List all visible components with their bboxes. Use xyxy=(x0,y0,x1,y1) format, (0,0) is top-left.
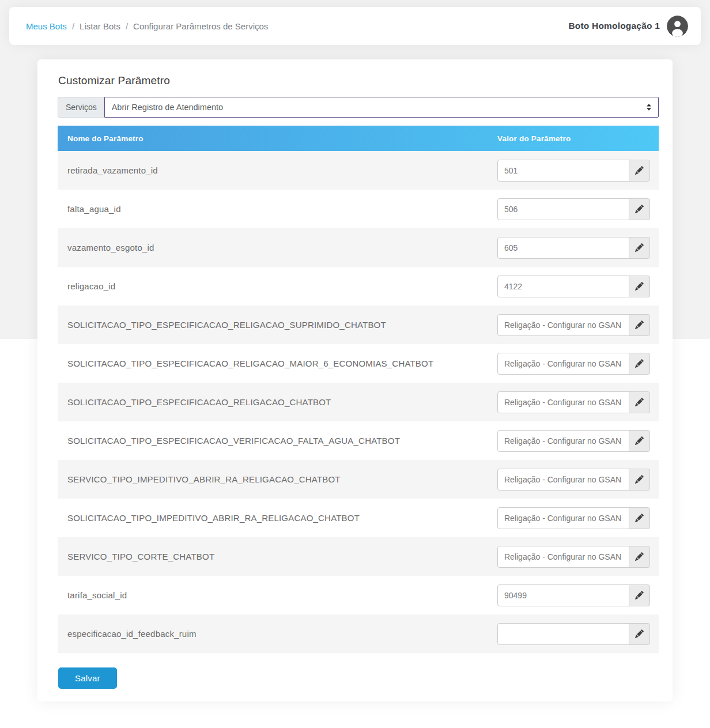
param-value-cell xyxy=(497,237,659,259)
pencil-icon xyxy=(635,282,644,291)
service-selector-group: Serviços Abrir Registro de Atendimento xyxy=(58,97,659,118)
param-name: SERVICO_TIPO_CORTE_CHATBOT xyxy=(58,552,497,561)
pencil-icon xyxy=(635,475,644,484)
param-name: SOLICITACAO_TIPO_ESPECIFICACAO_RELIGACAO… xyxy=(58,397,497,407)
table-row: tarifa_social_id xyxy=(58,576,659,614)
breadcrumb-meus-bots[interactable]: Meus Bots xyxy=(26,21,67,31)
param-value-cell xyxy=(497,507,659,529)
param-value-group xyxy=(497,391,650,413)
edit-button[interactable] xyxy=(629,276,650,297)
param-value-group xyxy=(497,314,650,336)
edit-button[interactable] xyxy=(629,507,650,529)
edit-button[interactable] xyxy=(629,430,650,452)
breadcrumb: Meus Bots / Listar Bots / Configurar Par… xyxy=(26,21,268,31)
page-title: Customizar Parâmetro xyxy=(58,74,659,87)
param-value-cell xyxy=(497,198,659,220)
param-name: SOLICITACAO_TIPO_ESPECIFICACAO_VERIFICAC… xyxy=(58,436,497,446)
param-value-cell xyxy=(497,469,659,491)
param-value-group xyxy=(497,353,650,375)
bot-name-label: Boto Homologação 1 xyxy=(568,21,660,31)
param-value-cell xyxy=(497,584,659,606)
param-name: retirada_vazamento_id xyxy=(58,165,497,175)
param-value-input[interactable] xyxy=(497,469,629,491)
pencil-icon xyxy=(635,436,644,445)
param-value-group xyxy=(497,507,650,529)
edit-button[interactable] xyxy=(629,198,650,220)
table-header: Nome do Parâmetro Valor do Parâmetro xyxy=(58,126,659,151)
edit-button[interactable] xyxy=(629,584,650,606)
param-value-group xyxy=(497,546,650,568)
edit-button[interactable] xyxy=(629,160,650,182)
param-value-cell xyxy=(497,276,659,297)
param-value-input[interactable] xyxy=(497,160,629,182)
service-select[interactable]: Abrir Registro de Atendimento xyxy=(104,97,659,118)
edit-button[interactable] xyxy=(629,546,650,568)
pencil-icon xyxy=(635,243,644,252)
pencil-icon xyxy=(635,398,644,406)
param-value-input[interactable] xyxy=(497,276,629,297)
user-avatar-icon[interactable] xyxy=(667,16,688,37)
table-row: religacao_id xyxy=(58,267,659,305)
table-row: SOLICITACAO_TIPO_ESPECIFICACAO_RELIGACAO… xyxy=(58,344,659,383)
param-value-input[interactable] xyxy=(497,314,629,336)
user-area: Boto Homologação 1 xyxy=(568,16,688,37)
breadcrumb-listar-bots[interactable]: Listar Bots xyxy=(80,21,120,31)
param-name: SOLICITACAO_TIPO_ESPECIFICACAO_RELIGACAO… xyxy=(58,320,497,330)
param-name: religacao_id xyxy=(58,281,497,291)
edit-button[interactable] xyxy=(629,314,650,336)
param-value-group xyxy=(497,198,650,220)
param-name: especificacao_id_feedback_ruim xyxy=(58,629,497,639)
edit-button[interactable] xyxy=(629,237,650,259)
param-value-input[interactable] xyxy=(497,198,629,220)
parameters-table: Nome do Parâmetro Valor do Parâmetro ret… xyxy=(58,126,659,653)
param-value-input[interactable] xyxy=(497,623,629,645)
pencil-icon xyxy=(635,320,644,329)
save-button[interactable]: Salvar xyxy=(58,667,117,689)
edit-button[interactable] xyxy=(629,623,650,645)
column-header-name: Nome do Parâmetro xyxy=(58,134,497,143)
table-row: vazamento_esgoto_id xyxy=(58,228,659,267)
param-name: SERVICO_TIPO_IMPEDITIVO_ABRIR_RA_RELIGAC… xyxy=(58,474,497,484)
param-value-cell xyxy=(497,314,659,336)
column-header-value: Valor do Parâmetro xyxy=(497,134,659,143)
param-value-input[interactable] xyxy=(497,353,629,375)
param-value-input[interactable] xyxy=(497,584,629,606)
table-row: falta_agua_id xyxy=(58,190,659,228)
param-value-group xyxy=(497,623,650,645)
param-value-cell xyxy=(497,353,659,375)
edit-button[interactable] xyxy=(629,391,650,413)
pencil-icon xyxy=(635,591,644,599)
table-row: retirada_vazamento_id xyxy=(58,151,659,190)
param-value-input[interactable] xyxy=(497,237,629,259)
param-value-group xyxy=(497,584,650,606)
param-name: SOLICITACAO_TIPO_ESPECIFICACAO_RELIGACAO… xyxy=(58,359,497,368)
param-value-group xyxy=(497,276,650,297)
param-name: vazamento_esgoto_id xyxy=(58,243,497,252)
param-name: falta_agua_id xyxy=(58,204,497,214)
pencil-icon xyxy=(635,205,644,213)
service-select-wrap: Abrir Registro de Atendimento xyxy=(104,97,659,118)
table-row: SERVICO_TIPO_CORTE_CHATBOT xyxy=(58,537,659,576)
param-value-cell xyxy=(497,391,659,413)
param-value-input[interactable] xyxy=(497,546,629,568)
customize-parameter-card: Customizar Parâmetro Serviços Abrir Regi… xyxy=(37,59,673,701)
param-value-cell xyxy=(497,623,659,645)
breadcrumb-separator: / xyxy=(72,21,74,31)
edit-button[interactable] xyxy=(629,469,650,491)
param-value-input[interactable] xyxy=(497,430,629,452)
edit-button[interactable] xyxy=(629,353,650,375)
breadcrumb-separator: / xyxy=(126,21,128,31)
top-bar: Meus Bots / Listar Bots / Configurar Par… xyxy=(9,7,701,45)
param-value-input[interactable] xyxy=(497,507,629,529)
param-value-cell xyxy=(497,430,659,452)
pencil-icon xyxy=(635,514,644,522)
param-value-input[interactable] xyxy=(497,391,629,413)
param-value-group xyxy=(497,430,650,452)
param-value-group xyxy=(497,469,650,491)
table-row: SOLICITACAO_TIPO_ESPECIFICACAO_RELIGACAO… xyxy=(58,305,659,344)
param-name: SOLICITACAO_TIPO_IMPEDITIVO_ABRIR_RA_REL… xyxy=(58,513,497,523)
breadcrumb-current-page: Configurar Parâmetros de Serviços xyxy=(133,21,268,31)
param-name: tarifa_social_id xyxy=(58,590,497,600)
table-row: SOLICITACAO_TIPO_ESPECIFICACAO_VERIFICAC… xyxy=(58,421,659,460)
pencil-icon xyxy=(635,629,644,638)
